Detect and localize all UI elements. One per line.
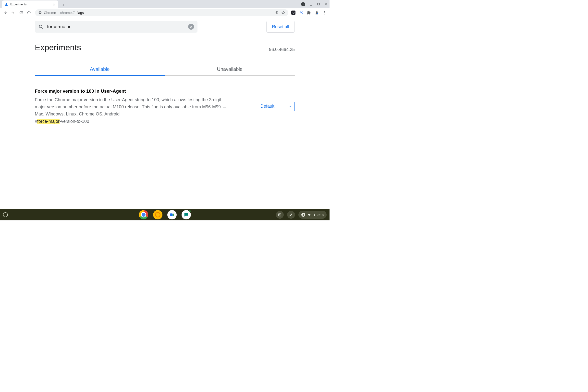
- search-input[interactable]: [47, 24, 185, 30]
- search-box[interactable]: [35, 21, 198, 32]
- flag-anchor-suffix: -version-to-100: [59, 119, 89, 124]
- flag-anchor-link[interactable]: #force-major-version-to-100: [35, 119, 89, 124]
- clock: 3:18: [317, 213, 324, 217]
- url-path: flags: [76, 11, 84, 15]
- kebab-menu-icon[interactable]: [322, 10, 327, 15]
- flag-anchor-prefix: #: [35, 119, 37, 124]
- app-orange-circle[interactable]: [153, 210, 162, 220]
- address-bar[interactable]: Chrome chrome://flags: [35, 9, 288, 16]
- omnibox-divider: [58, 11, 58, 15]
- extensions-puzzle-icon[interactable]: [307, 10, 311, 15]
- minimize-window-icon[interactable]: [309, 2, 313, 6]
- notification-count: 3: [301, 213, 305, 217]
- page-title: Experiments: [35, 43, 81, 52]
- flags-tabs: Available Unavailable: [35, 63, 295, 76]
- app-chrome[interactable]: [139, 210, 148, 220]
- url-scheme: chrome://: [60, 11, 74, 15]
- shelf-tote-icon[interactable]: [276, 211, 284, 219]
- shelf-pen-icon[interactable]: [287, 211, 295, 219]
- clear-search-icon[interactable]: [188, 24, 194, 30]
- flag-description: Force the Chrome major version in the Us…: [35, 96, 231, 118]
- flag-anchor-highlight: force-major: [37, 119, 59, 124]
- flag-item: Force major version to 100 in User-Agent…: [35, 88, 295, 124]
- svg-point-2: [39, 12, 41, 13]
- tab-title: Experiments: [10, 3, 50, 6]
- svg-point-7: [324, 11, 325, 12]
- extension-icon-1[interactable]: [291, 10, 295, 15]
- app-duo[interactable]: [167, 210, 177, 220]
- chromeos-shelf: 3 3:18: [0, 209, 329, 220]
- svg-rect-11: [170, 214, 173, 216]
- home-button[interactable]: [26, 10, 32, 16]
- battery-icon: [313, 213, 315, 217]
- tab-strip: Experiments: [0, 0, 329, 8]
- svg-rect-14: [314, 214, 314, 214]
- svg-point-9: [324, 14, 325, 14]
- status-tray[interactable]: 3 3:18: [298, 211, 326, 219]
- app-chat[interactable]: [182, 210, 191, 220]
- zoom-icon[interactable]: [275, 10, 279, 15]
- labs-flask-icon[interactable]: [314, 10, 319, 15]
- flag-state-value: Default: [261, 104, 275, 109]
- reset-all-button[interactable]: Reset all: [266, 21, 295, 32]
- new-tab-button[interactable]: [60, 2, 67, 8]
- close-tab-icon[interactable]: [52, 2, 56, 6]
- search-row: Reset all: [0, 17, 329, 36]
- launcher-button[interactable]: [3, 212, 8, 217]
- tab-search-icon[interactable]: [301, 2, 305, 6]
- browser-toolbar: Chrome chrome://flags: [0, 8, 329, 17]
- tab-available[interactable]: Available: [35, 63, 165, 76]
- browser-tab[interactable]: Experiments: [2, 0, 58, 8]
- scissors-icon[interactable]: [299, 10, 303, 15]
- tab-unavailable[interactable]: Unavailable: [165, 63, 295, 76]
- svg-rect-0: [317, 3, 319, 5]
- bookmark-star-icon[interactable]: [281, 10, 286, 15]
- svg-point-8: [324, 12, 325, 13]
- forward-button[interactable]: [10, 10, 16, 16]
- back-button[interactable]: [2, 10, 8, 16]
- svg-point-6: [317, 13, 318, 14]
- flag-state-select[interactable]: Default: [240, 102, 295, 111]
- chrome-version: 96.0.4664.25: [269, 47, 295, 52]
- omnibox-chip: Chrome: [44, 11, 56, 15]
- page-content: Reset all Experiments 96.0.4664.25 Avail…: [0, 17, 329, 209]
- wifi-icon: [307, 213, 311, 217]
- search-icon: [38, 24, 44, 30]
- chat-notification-dot: [189, 210, 191, 212]
- shelf-apps: [139, 210, 191, 220]
- chrome-page-icon: [38, 11, 42, 15]
- reload-button[interactable]: [18, 10, 24, 16]
- close-window-icon[interactable]: [324, 2, 328, 6]
- maximize-window-icon[interactable]: [316, 2, 320, 6]
- flag-title: Force major version to 100 in User-Agent: [35, 88, 234, 94]
- chevron-down-icon: [289, 105, 292, 108]
- flask-icon: [4, 2, 8, 6]
